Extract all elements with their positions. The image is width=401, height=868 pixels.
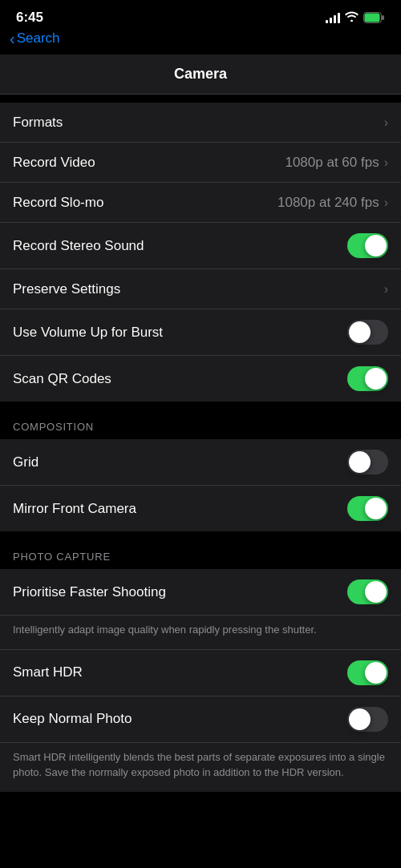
svg-rect-2	[365, 14, 380, 22]
toggle-knob	[365, 368, 387, 390]
composition-section-label: COMPOSITION	[0, 402, 401, 439]
record-slo-mo-label: Record Slo-mo	[13, 195, 277, 211]
section-gap-1	[0, 95, 401, 103]
volume-burst-toggle[interactable]	[347, 320, 388, 345]
toggle-knob	[365, 581, 387, 603]
record-slo-mo-item[interactable]: Record Slo-mo 1080p at 240 fps ›	[0, 183, 401, 223]
record-video-value: 1080p at 60 fps	[285, 155, 379, 171]
scan-qr-item: Scan QR Codes	[0, 356, 401, 402]
photo-capture-settings-group: Prioritise Faster Shooting Intelligently…	[0, 569, 401, 792]
back-navigation: ‹ Search	[0, 29, 401, 55]
record-slo-mo-value: 1080p at 240 fps	[277, 195, 379, 211]
photo-capture-section-label: PHOTO CAPTURE	[0, 531, 401, 569]
toggle-knob	[349, 321, 371, 343]
status-time: 6:45	[16, 10, 43, 26]
record-video-label: Record Video	[13, 155, 285, 171]
formats-item[interactable]: Formats ›	[0, 103, 401, 143]
mirror-front-toggle[interactable]	[347, 496, 388, 521]
svg-rect-1	[382, 15, 384, 20]
toggle-knob	[349, 451, 371, 473]
mirror-front-item: Mirror Front Camera	[0, 486, 401, 531]
preserve-settings-item[interactable]: Preserve Settings ›	[0, 269, 401, 309]
status-icons	[326, 11, 385, 24]
navigation-header: Camera	[0, 55, 401, 95]
page-title: Camera	[174, 66, 227, 82]
smart-hdr-label: Smart HDR	[13, 664, 347, 680]
keep-normal-description: Smart HDR intelligently blends the best …	[0, 743, 401, 792]
prioritise-faster-toggle[interactable]	[347, 579, 388, 604]
status-bar: 6:45	[0, 0, 401, 29]
signal-icon	[326, 12, 340, 23]
scan-qr-toggle[interactable]	[347, 366, 388, 391]
preserve-settings-chevron-icon: ›	[384, 282, 388, 297]
toggle-knob	[349, 709, 371, 730]
formats-chevron-icon: ›	[384, 115, 388, 130]
preserve-settings-label: Preserve Settings	[13, 281, 384, 297]
prioritise-faster-label: Prioritise Faster Shooting	[13, 584, 347, 600]
record-stereo-item: Record Stereo Sound	[0, 223, 401, 269]
main-settings-group: Formats › Record Video 1080p at 60 fps ›…	[0, 103, 401, 402]
keep-normal-item: Keep Normal Photo	[0, 696, 401, 743]
battery-icon	[363, 12, 385, 23]
grid-toggle[interactable]	[347, 450, 388, 474]
wifi-icon	[345, 11, 358, 24]
record-slo-mo-chevron-icon: ›	[384, 196, 388, 210]
volume-burst-label: Use Volume Up for Burst	[13, 325, 347, 341]
smart-hdr-toggle[interactable]	[347, 660, 388, 685]
grid-item: Grid	[0, 439, 401, 486]
toggle-knob	[365, 498, 387, 519]
smart-hdr-item: Smart HDR	[0, 649, 401, 696]
scan-qr-label: Scan QR Codes	[13, 371, 347, 387]
prioritise-faster-description: Intelligently adapt image quality when r…	[0, 616, 401, 649]
mirror-front-label: Mirror Front Camera	[13, 501, 347, 517]
record-video-chevron-icon: ›	[384, 155, 388, 170]
grid-label: Grid	[13, 454, 347, 470]
keep-normal-toggle[interactable]	[347, 707, 388, 732]
volume-burst-item: Use Volume Up for Burst	[0, 309, 401, 356]
record-stereo-label: Record Stereo Sound	[13, 238, 347, 254]
record-video-item[interactable]: Record Video 1080p at 60 fps ›	[0, 143, 401, 183]
back-label: Search	[17, 30, 60, 46]
back-button[interactable]: ‹ Search	[10, 30, 385, 46]
keep-normal-label: Keep Normal Photo	[13, 711, 347, 727]
back-chevron-icon: ‹	[10, 30, 15, 46]
formats-label: Formats	[13, 115, 384, 131]
record-stereo-toggle[interactable]	[347, 233, 388, 258]
toggle-knob	[365, 662, 387, 684]
prioritise-faster-item: Prioritise Faster Shooting	[0, 569, 401, 616]
composition-settings-group: Grid Mirror Front Camera	[0, 439, 401, 531]
toggle-knob	[365, 235, 387, 256]
